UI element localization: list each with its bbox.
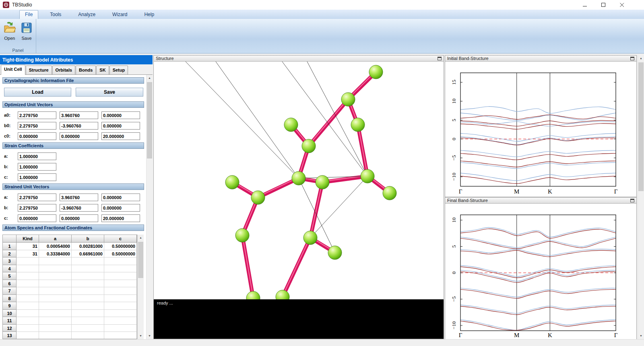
atom[interactable] (235, 229, 249, 242)
scroll-down-button[interactable]: ▼ (147, 333, 153, 339)
cif-save-button[interactable]: Save (76, 88, 143, 97)
strained-a-input-2[interactable] (101, 194, 140, 201)
strain-b-input-0[interactable] (18, 163, 56, 171)
optimized-c0-input-2[interactable] (101, 132, 140, 140)
optimized-b0-input-1[interactable] (60, 122, 98, 130)
atom[interactable] (251, 191, 265, 204)
window-scrollbar[interactable]: ▲▼ (638, 55, 644, 339)
strained-b-input-0[interactable] (18, 204, 56, 212)
optimized-a0-input-2[interactable] (101, 111, 140, 119)
atoms-cell[interactable] (104, 280, 137, 288)
atoms-cell[interactable] (104, 265, 137, 273)
atom[interactable] (361, 169, 374, 183)
strain-a-input-0[interactable] (18, 152, 56, 160)
title-bar[interactable]: TBStudio (0, 0, 644, 10)
atoms-cell[interactable] (17, 265, 39, 273)
scroll-thumb[interactable] (138, 242, 143, 278)
ribbon-tab-tools[interactable]: Tools (45, 10, 66, 19)
tab-bonds[interactable]: Bonds (76, 66, 96, 74)
atom[interactable] (341, 93, 355, 106)
atoms-cell[interactable]: 0.00281000 (72, 243, 104, 250)
atoms-cell[interactable] (104, 257, 137, 265)
open-button[interactable]: Open (2, 21, 18, 41)
atoms-cell[interactable] (39, 325, 72, 332)
atoms-cell[interactable] (17, 325, 39, 332)
strain-c-input-0[interactable] (18, 173, 56, 181)
atoms-cell[interactable] (17, 257, 39, 265)
atom[interactable] (292, 171, 305, 185)
atoms-cell[interactable]: 31 (17, 243, 39, 250)
strained-b-input-2[interactable] (101, 204, 140, 212)
structure-float-icon[interactable] (438, 57, 442, 60)
atoms-cell[interactable] (104, 272, 137, 280)
atoms-cell[interactable] (17, 287, 39, 295)
optimized-b0-input-0[interactable] (18, 122, 56, 130)
strained-c-input-0[interactable] (18, 214, 56, 222)
tab-structure[interactable]: Structure (26, 66, 52, 74)
tab-unit-cell[interactable]: Unit Cell (1, 65, 25, 75)
atoms-cell[interactable] (39, 317, 72, 325)
atoms-cell[interactable] (72, 325, 104, 332)
atoms-cell[interactable] (72, 295, 104, 303)
atom[interactable] (351, 118, 365, 132)
atoms-cell[interactable] (104, 325, 137, 332)
cif-load-button[interactable]: Load (4, 88, 71, 97)
atoms-cell[interactable] (17, 272, 39, 280)
atoms-cell[interactable] (72, 317, 104, 325)
scroll-down-button[interactable]: ▼ (638, 333, 644, 339)
atoms-cell[interactable] (17, 332, 39, 339)
atoms-table-scrollbar[interactable]: ▲▼ (137, 235, 144, 339)
atoms-cell[interactable] (104, 287, 137, 295)
scroll-down-button[interactable]: ▼ (138, 333, 144, 339)
atoms-cell[interactable] (39, 265, 72, 273)
atom[interactable] (303, 231, 317, 245)
tab-sk[interactable]: SK (96, 66, 109, 74)
atom[interactable] (302, 139, 316, 153)
atoms-cell[interactable] (72, 332, 104, 339)
tab-orbitals[interactable]: Orbitals (52, 66, 76, 74)
atoms-cell[interactable] (72, 302, 104, 310)
atoms-cell[interactable] (39, 310, 72, 317)
atoms-cell[interactable]: 31 (17, 250, 39, 258)
strained-a-input-0[interactable] (18, 194, 56, 201)
atoms-cell[interactable] (104, 317, 137, 325)
strained-c-input-2[interactable] (101, 214, 140, 222)
atoms-cell[interactable] (39, 332, 72, 339)
ribbon-tab-wizard[interactable]: Wizard (107, 10, 132, 19)
atoms-cell[interactable] (17, 280, 39, 288)
atoms-cell[interactable]: 0.66961000 (72, 250, 104, 258)
atoms-cell[interactable] (17, 295, 39, 303)
atom[interactable] (284, 118, 298, 132)
atom[interactable] (328, 246, 342, 260)
atoms-cell[interactable] (39, 295, 72, 303)
save-button[interactable]: Save (19, 21, 35, 41)
atoms-cell[interactable] (17, 317, 39, 325)
atoms-cell[interactable] (72, 287, 104, 295)
initial-band-float-icon[interactable] (630, 57, 634, 60)
scroll-up-button[interactable]: ▲ (638, 55, 644, 62)
strained-c-input-1[interactable] (60, 214, 98, 222)
atom[interactable] (369, 65, 383, 79)
atoms-cell[interactable]: 0.50000000 (104, 250, 137, 258)
atoms-cell[interactable] (72, 280, 104, 288)
optimized-b0-input-2[interactable] (101, 122, 140, 130)
atoms-cell[interactable]: 0.50000000 (104, 243, 137, 250)
atoms-cell[interactable] (39, 280, 72, 288)
atoms-cell[interactable]: 0.33384000 (39, 250, 72, 258)
atoms-cell[interactable] (104, 310, 137, 317)
atoms-cell[interactable] (17, 310, 39, 317)
minimize-button[interactable] (576, 0, 594, 10)
atom[interactable] (316, 175, 329, 189)
atoms-cell[interactable] (104, 302, 137, 310)
close-button[interactable] (613, 0, 631, 10)
strained-b-input-1[interactable] (60, 204, 98, 212)
atoms-cell[interactable] (72, 310, 104, 317)
ribbon-tab-file[interactable]: File (19, 10, 38, 19)
atoms-cell[interactable] (72, 257, 104, 265)
atoms-cell[interactable] (39, 272, 72, 280)
atoms-cell[interactable] (104, 332, 137, 339)
optimized-c0-input-1[interactable] (60, 132, 98, 140)
ribbon-tab-help[interactable]: Help (139, 10, 159, 19)
atom[interactable] (225, 175, 239, 189)
atoms-cell[interactable] (72, 265, 104, 273)
